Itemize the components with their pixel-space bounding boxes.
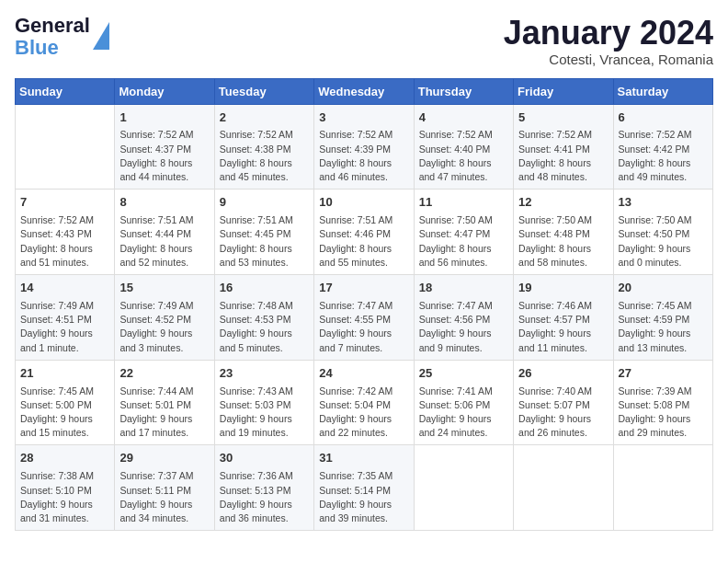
- logo-text: General Blue: [15, 15, 90, 59]
- calendar-week-1: 1Sunrise: 7:52 AM Sunset: 4:37 PM Daylig…: [16, 104, 713, 190]
- calendar-cell: 15Sunrise: 7:49 AM Sunset: 4:52 PM Dayli…: [115, 275, 214, 361]
- calendar-cell: 12Sunrise: 7:50 AM Sunset: 4:48 PM Dayli…: [514, 190, 613, 275]
- calendar-cell: 16Sunrise: 7:48 AM Sunset: 4:53 PM Dayli…: [214, 275, 313, 361]
- day-info: Sunrise: 7:49 AM Sunset: 4:51 PM Dayligh…: [20, 299, 109, 355]
- day-number: 3: [319, 109, 408, 127]
- day-number: 17: [319, 280, 408, 297]
- day-info: Sunrise: 7:48 AM Sunset: 4:53 PM Dayligh…: [220, 299, 309, 355]
- calendar-cell: 26Sunrise: 7:40 AM Sunset: 5:07 PM Dayli…: [514, 360, 613, 445]
- day-info: Sunrise: 7:52 AM Sunset: 4:42 PM Dayligh…: [619, 128, 708, 184]
- day-header-row: SundayMondayTuesdayWednesdayThursdayFrid…: [16, 78, 713, 104]
- day-header-thursday: Thursday: [414, 78, 513, 104]
- calendar-cell: 24Sunrise: 7:42 AM Sunset: 5:04 PM Dayli…: [314, 360, 414, 445]
- day-number: 16: [220, 280, 309, 297]
- day-info: Sunrise: 7:47 AM Sunset: 4:56 PM Dayligh…: [419, 299, 508, 355]
- calendar-cell: 23Sunrise: 7:43 AM Sunset: 5:03 PM Dayli…: [214, 360, 313, 445]
- day-number: 22: [119, 365, 209, 383]
- day-number: 14: [20, 280, 109, 297]
- calendar-cell: 17Sunrise: 7:47 AM Sunset: 4:55 PM Dayli…: [314, 275, 414, 361]
- logo-triangle-icon: [93, 22, 109, 50]
- calendar-header: SundayMondayTuesdayWednesdayThursdayFrid…: [16, 78, 713, 104]
- day-info: Sunrise: 7:42 AM Sunset: 5:04 PM Dayligh…: [319, 385, 408, 441]
- day-info: Sunrise: 7:44 AM Sunset: 5:01 PM Dayligh…: [119, 385, 209, 441]
- day-number: 4: [419, 109, 508, 127]
- calendar-cell: 29Sunrise: 7:37 AM Sunset: 5:11 PM Dayli…: [115, 445, 214, 531]
- day-info: Sunrise: 7:52 AM Sunset: 4:38 PM Dayligh…: [220, 128, 309, 184]
- calendar-cell: 4Sunrise: 7:52 AM Sunset: 4:40 PM Daylig…: [414, 104, 513, 190]
- calendar-cell: [613, 445, 712, 531]
- day-number: 27: [619, 365, 708, 383]
- calendar-cell: 25Sunrise: 7:41 AM Sunset: 5:06 PM Dayli…: [414, 360, 513, 445]
- day-number: 31: [319, 450, 408, 467]
- calendar-week-5: 28Sunrise: 7:38 AM Sunset: 5:10 PM Dayli…: [16, 445, 713, 531]
- calendar-cell: [414, 445, 513, 531]
- calendar-cell: 6Sunrise: 7:52 AM Sunset: 4:42 PM Daylig…: [613, 104, 712, 190]
- calendar-cell: 8Sunrise: 7:51 AM Sunset: 4:44 PM Daylig…: [115, 190, 214, 275]
- day-info: Sunrise: 7:50 AM Sunset: 4:47 PM Dayligh…: [419, 213, 508, 270]
- calendar-cell: 21Sunrise: 7:45 AM Sunset: 5:00 PM Dayli…: [16, 360, 115, 445]
- calendar-subtitle: Cotesti, Vrancea, Romania: [504, 52, 713, 67]
- day-number: 9: [220, 194, 309, 212]
- day-number: 25: [419, 365, 508, 383]
- day-info: Sunrise: 7:49 AM Sunset: 4:52 PM Dayligh…: [119, 299, 209, 355]
- calendar-cell: 13Sunrise: 7:50 AM Sunset: 4:50 PM Dayli…: [613, 190, 712, 275]
- day-info: Sunrise: 7:41 AM Sunset: 5:06 PM Dayligh…: [419, 385, 508, 441]
- day-info: Sunrise: 7:51 AM Sunset: 4:44 PM Dayligh…: [119, 213, 209, 270]
- day-number: 30: [220, 450, 309, 467]
- calendar-cell: 10Sunrise: 7:51 AM Sunset: 4:46 PM Dayli…: [314, 190, 414, 275]
- day-number: 18: [419, 280, 508, 297]
- day-info: Sunrise: 7:36 AM Sunset: 5:13 PM Dayligh…: [220, 469, 309, 525]
- calendar-cell: 22Sunrise: 7:44 AM Sunset: 5:01 PM Dayli…: [115, 360, 214, 445]
- day-number: 7: [20, 194, 109, 212]
- day-number: 12: [518, 194, 608, 212]
- calendar-cell: 5Sunrise: 7:52 AM Sunset: 4:41 PM Daylig…: [514, 104, 613, 190]
- day-info: Sunrise: 7:51 AM Sunset: 4:45 PM Dayligh…: [220, 213, 309, 270]
- calendar-cell: 2Sunrise: 7:52 AM Sunset: 4:38 PM Daylig…: [214, 104, 313, 190]
- calendar-cell: 20Sunrise: 7:45 AM Sunset: 4:59 PM Dayli…: [613, 275, 712, 361]
- calendar-cell: 30Sunrise: 7:36 AM Sunset: 5:13 PM Dayli…: [214, 445, 313, 531]
- day-info: Sunrise: 7:37 AM Sunset: 5:11 PM Dayligh…: [119, 469, 209, 525]
- svg-marker-0: [93, 22, 109, 50]
- calendar-cell: 28Sunrise: 7:38 AM Sunset: 5:10 PM Dayli…: [16, 445, 115, 531]
- calendar-cell: 1Sunrise: 7:52 AM Sunset: 4:37 PM Daylig…: [115, 104, 214, 190]
- day-info: Sunrise: 7:52 AM Sunset: 4:40 PM Dayligh…: [419, 128, 508, 184]
- calendar-body: 1Sunrise: 7:52 AM Sunset: 4:37 PM Daylig…: [16, 104, 713, 531]
- day-info: Sunrise: 7:38 AM Sunset: 5:10 PM Dayligh…: [20, 469, 109, 525]
- day-header-friday: Friday: [514, 78, 613, 104]
- day-number: 5: [518, 109, 608, 127]
- calendar-cell: 14Sunrise: 7:49 AM Sunset: 4:51 PM Dayli…: [16, 275, 115, 361]
- day-info: Sunrise: 7:45 AM Sunset: 5:00 PM Dayligh…: [20, 385, 109, 441]
- calendar-cell: 18Sunrise: 7:47 AM Sunset: 4:56 PM Dayli…: [414, 275, 513, 361]
- calendar-week-4: 21Sunrise: 7:45 AM Sunset: 5:00 PM Dayli…: [16, 360, 713, 445]
- logo: General Blue: [15, 15, 109, 59]
- day-number: 23: [220, 365, 309, 383]
- calendar-week-2: 7Sunrise: 7:52 AM Sunset: 4:43 PM Daylig…: [16, 190, 713, 275]
- day-header-tuesday: Tuesday: [214, 78, 313, 104]
- day-info: Sunrise: 7:51 AM Sunset: 4:46 PM Dayligh…: [319, 213, 408, 270]
- calendar-cell: 27Sunrise: 7:39 AM Sunset: 5:08 PM Dayli…: [613, 360, 712, 445]
- day-number: 15: [119, 280, 209, 297]
- day-number: 11: [419, 194, 508, 212]
- day-info: Sunrise: 7:35 AM Sunset: 5:14 PM Dayligh…: [319, 469, 408, 525]
- day-header-wednesday: Wednesday: [314, 78, 414, 104]
- day-number: 10: [319, 194, 408, 212]
- day-info: Sunrise: 7:45 AM Sunset: 4:59 PM Dayligh…: [619, 299, 708, 355]
- day-info: Sunrise: 7:50 AM Sunset: 4:50 PM Dayligh…: [619, 213, 708, 270]
- day-info: Sunrise: 7:52 AM Sunset: 4:37 PM Dayligh…: [119, 128, 209, 184]
- calendar-cell: 9Sunrise: 7:51 AM Sunset: 4:45 PM Daylig…: [214, 190, 313, 275]
- day-info: Sunrise: 7:43 AM Sunset: 5:03 PM Dayligh…: [220, 385, 309, 441]
- page-header: General Blue January 2024 Cotesti, Vranc…: [15, 15, 713, 67]
- logo-text-block: General Blue: [15, 15, 109, 59]
- day-info: Sunrise: 7:46 AM Sunset: 4:57 PM Dayligh…: [518, 299, 608, 355]
- calendar-cell: [514, 445, 613, 531]
- day-number: 20: [619, 280, 708, 297]
- calendar-week-3: 14Sunrise: 7:49 AM Sunset: 4:51 PM Dayli…: [16, 275, 713, 361]
- calendar-title: January 2024: [504, 15, 713, 52]
- calendar-cell: 11Sunrise: 7:50 AM Sunset: 4:47 PM Dayli…: [414, 190, 513, 275]
- day-number: 6: [619, 109, 708, 127]
- calendar-table: SundayMondayTuesdayWednesdayThursdayFrid…: [15, 78, 713, 532]
- day-number: 13: [619, 194, 708, 212]
- calendar-cell: 7Sunrise: 7:52 AM Sunset: 4:43 PM Daylig…: [16, 190, 115, 275]
- day-number: 2: [220, 109, 309, 127]
- day-number: 29: [119, 450, 209, 467]
